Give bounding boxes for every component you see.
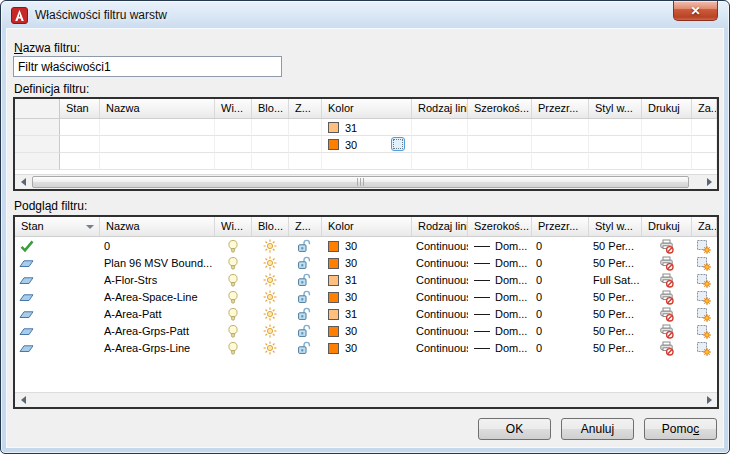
filter-name-input[interactable] (13, 56, 282, 77)
scrollbar-track[interactable] (31, 393, 701, 407)
freeze-cell[interactable] (252, 254, 289, 271)
definition-column-header[interactable]: Stan (60, 99, 100, 118)
definition-cell[interactable] (60, 153, 100, 170)
definition-cell[interactable]: 31 (322, 119, 412, 136)
vp-freeze-cell[interactable] (692, 339, 717, 356)
layer-name[interactable]: A-Area-Grps-Line (100, 339, 215, 356)
preview-column-header[interactable]: Drukuj (642, 217, 692, 236)
preview-column-header[interactable]: Stan (15, 217, 100, 236)
definition-cell[interactable] (322, 153, 412, 170)
cancel-button[interactable]: Anuluj (561, 418, 634, 440)
layer-row[interactable]: A-Area-Space-Line30ContinuousDom...050 P… (15, 288, 717, 305)
definition-cell[interactable] (412, 119, 468, 136)
definition-cell[interactable] (412, 153, 468, 170)
color-picker-ellipsis-button[interactable] (391, 137, 405, 151)
color-swatch[interactable] (328, 343, 339, 354)
plot-cell[interactable] (642, 237, 692, 254)
preview-column-header[interactable]: Z... (289, 217, 322, 236)
lineweight-cell[interactable]: Dom... (468, 305, 532, 322)
linetype-cell[interactable]: Continuous (412, 322, 468, 339)
plot-cell[interactable] (642, 254, 692, 271)
plot-style-cell[interactable]: Full Sat... (589, 271, 642, 288)
definition-cell[interactable] (692, 136, 717, 153)
color-cell[interactable]: 31 (322, 271, 412, 288)
layer-name[interactable]: A-Area-Grps-Patt (100, 322, 215, 339)
lineweight-cell[interactable]: Dom... (468, 322, 532, 339)
definition-cell[interactable] (289, 119, 322, 136)
lineweight-cell[interactable]: Dom... (468, 271, 532, 288)
row-selector-cell[interactable] (15, 136, 60, 153)
lock-cell[interactable] (289, 305, 322, 322)
preview-horizontal-scrollbar[interactable] (15, 392, 717, 407)
transparency-cell[interactable]: 0 (532, 288, 589, 305)
definition-cell[interactable] (692, 119, 717, 136)
definition-cell[interactable] (100, 136, 215, 153)
definition-cell[interactable] (60, 136, 100, 153)
plot-cell[interactable] (642, 288, 692, 305)
linetype-cell[interactable]: Continuous (412, 237, 468, 254)
definition-cell[interactable] (642, 153, 692, 170)
definition-cell[interactable] (642, 136, 692, 153)
plot-style-cell[interactable]: 50 Per... (589, 322, 642, 339)
transparency-cell[interactable]: 0 (532, 339, 589, 356)
linetype-cell[interactable]: Continuous (412, 288, 468, 305)
definition-cell[interactable] (100, 153, 215, 170)
layer-name[interactable]: A-Flor-Strs (100, 271, 215, 288)
freeze-cell[interactable] (252, 237, 289, 254)
definition-cell[interactable] (100, 119, 215, 136)
row-selector-cell[interactable] (15, 153, 60, 170)
lock-cell[interactable] (289, 322, 322, 339)
plot-cell[interactable] (642, 271, 692, 288)
preview-column-header[interactable]: Szerokoś... (468, 217, 532, 236)
color-cell[interactable]: 30 (322, 237, 412, 254)
definition-cell[interactable]: 30 (322, 136, 412, 153)
transparency-cell[interactable]: 0 (532, 322, 589, 339)
visibility-cell[interactable] (215, 254, 252, 271)
preview-column-header[interactable]: Wi... (215, 217, 252, 236)
plot-cell[interactable] (642, 305, 692, 322)
plot-style-cell[interactable]: 50 Per... (589, 339, 642, 356)
definition-column-header[interactable]: Drukuj (642, 99, 692, 118)
definition-row[interactable] (15, 153, 717, 170)
transparency-cell[interactable]: 0 (532, 305, 589, 322)
plot-cell[interactable] (642, 322, 692, 339)
definition-cell[interactable] (468, 136, 532, 153)
layer-name[interactable]: 0 (100, 237, 215, 254)
lock-cell[interactable] (289, 254, 322, 271)
preview-column-header[interactable]: Rodzaj linii (412, 217, 468, 236)
linetype-cell[interactable]: Continuous (412, 339, 468, 356)
definition-cell[interactable] (289, 153, 322, 170)
definition-row[interactable]: 30 (15, 136, 717, 153)
visibility-cell[interactable] (215, 288, 252, 305)
definition-cell[interactable] (532, 119, 589, 136)
definition-cell[interactable] (412, 136, 468, 153)
definition-cell[interactable] (642, 119, 692, 136)
layer-row[interactable]: 030ContinuousDom...050 Per... (15, 237, 717, 254)
lineweight-cell[interactable]: Dom... (468, 339, 532, 356)
definition-cell[interactable] (589, 136, 642, 153)
definition-column-header[interactable]: Blo... (252, 99, 289, 118)
vp-freeze-cell[interactable] (692, 271, 717, 288)
transparency-cell[interactable]: 0 (532, 237, 589, 254)
definition-column-header[interactable]: Szerokoś... (468, 99, 532, 118)
color-swatch[interactable] (328, 275, 339, 286)
preview-column-header[interactable]: Za.. (692, 217, 717, 236)
definition-cell[interactable] (468, 119, 532, 136)
visibility-cell[interactable] (215, 305, 252, 322)
layer-name[interactable]: A-Area-Space-Line (100, 288, 215, 305)
lineweight-cell[interactable]: Dom... (468, 254, 532, 271)
lock-cell[interactable] (289, 288, 322, 305)
definition-column-header[interactable]: Kolor (322, 99, 412, 118)
visibility-cell[interactable] (215, 322, 252, 339)
color-cell[interactable]: 30 (322, 254, 412, 271)
color-swatch[interactable] (328, 309, 339, 320)
preview-column-header[interactable]: Styl w... (589, 217, 642, 236)
scrollbar-thumb[interactable] (32, 176, 689, 188)
freeze-cell[interactable] (252, 271, 289, 288)
linetype-cell[interactable]: Continuous (412, 271, 468, 288)
color-swatch[interactable] (328, 292, 339, 303)
definition-cell[interactable] (468, 153, 532, 170)
plot-style-cell[interactable]: 50 Per... (589, 237, 642, 254)
preview-column-header[interactable]: Nazwa (100, 217, 215, 236)
row-selector-cell[interactable] (15, 119, 60, 136)
